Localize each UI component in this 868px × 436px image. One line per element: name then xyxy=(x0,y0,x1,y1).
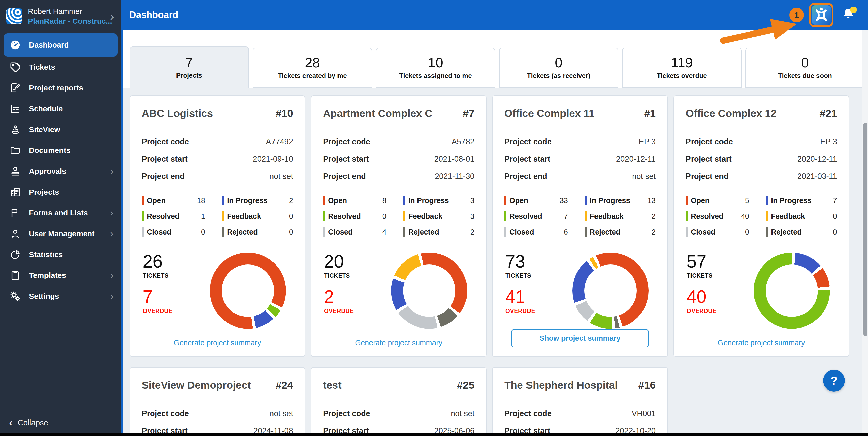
tickets-caption: TICKETS xyxy=(505,272,564,279)
tile-tickets-as-receiver[interactable]: 0 Tickets (as receiver) xyxy=(499,48,618,88)
tile-label: Tickets overdue xyxy=(657,72,707,80)
meta-label: Project code xyxy=(323,137,370,146)
show-project-summary-button[interactable]: Show project summary xyxy=(512,329,649,347)
sidebar-item-templates[interactable]: Templates › xyxy=(0,265,121,286)
sidebar-item-siteview[interactable]: SiteView xyxy=(0,119,121,140)
generate-project-summary-link[interactable]: Generate project summary xyxy=(716,339,806,347)
tile-value: 28 xyxy=(305,55,320,70)
sidebar-item-label: Documents xyxy=(29,146,70,155)
project-code-value: EP 3 xyxy=(639,137,656,146)
meta-label: Project end xyxy=(686,172,728,181)
project-meta: Project codeA77492 Project start2021-09-… xyxy=(142,137,293,181)
project-card-test[interactable]: test #25 Project codenot set Project sta… xyxy=(311,367,487,436)
tickets-caption: TICKETS xyxy=(324,272,382,279)
sidebar-item-dashboard[interactable]: Dashboard xyxy=(4,33,118,57)
status-label: Closed xyxy=(691,228,745,236)
status-legend: Open8 In Progress3 Resolved0 Feedback3 C… xyxy=(323,196,474,237)
project-name: ABC Logistics xyxy=(142,108,213,119)
sidebar-item-approvals[interactable]: Approvals › xyxy=(0,161,121,182)
notifications-button[interactable] xyxy=(841,7,856,23)
tile-tickets-overdue[interactable]: 119 Tickets overdue xyxy=(622,48,742,88)
project-meta: Project codenot set Project start2025-06… xyxy=(323,409,474,435)
tile-tickets-due-soon[interactable]: 0 Tickets due soon xyxy=(745,48,865,88)
meta-label: Project end xyxy=(142,172,185,181)
tile-tickets-created-by-me[interactable]: 28 Tickets created by me xyxy=(253,48,372,88)
project-number: #10 xyxy=(276,108,293,119)
sidebar-nav: Dashboard Tickets Project reports xyxy=(0,33,121,307)
status-count: 3 xyxy=(470,196,474,205)
sidebar-item-settings[interactable]: Settings › xyxy=(0,286,121,307)
gantt-chart-icon xyxy=(9,103,21,115)
in-progress-color-bar xyxy=(766,196,768,205)
generate-project-summary-link[interactable]: Generate project summary xyxy=(353,339,444,347)
project-name: The Shepherd Hospital xyxy=(504,379,618,391)
meta-label: Project end xyxy=(323,172,366,181)
tile-projects[interactable]: 7 Projects xyxy=(129,47,249,88)
status-count: 3 xyxy=(470,212,474,221)
project-end-value: not set xyxy=(270,172,293,181)
card-header: SiteView Demoproject #24 xyxy=(142,379,293,391)
account-name: PlanRadar - Construc... xyxy=(28,16,110,26)
main-area: Dashboard 1 xyxy=(123,0,868,436)
project-card-apartment-complex-c[interactable]: Apartment Complex C #7 Project codeA5782… xyxy=(311,95,487,357)
ticket-summary: 26 TICKETS 7 OVERDUE xyxy=(142,253,293,329)
meta-label: Project start xyxy=(504,154,550,164)
card-header: Apartment Complex C #7 xyxy=(323,108,474,119)
account-switcher[interactable]: Robert Hammer PlanRadar - Construc... › xyxy=(0,0,121,31)
sidebar-item-documents[interactable]: Documents xyxy=(0,140,121,161)
project-card-office-complex-12[interactable]: Office Complex 12 #21 Project codeEP 3 P… xyxy=(674,95,849,357)
generate-project-summary-link[interactable]: Generate project summary xyxy=(172,339,262,347)
overdue-caption: OVERDUE xyxy=(143,308,201,315)
status-label: Rejected xyxy=(771,228,833,236)
overdue-caption: OVERDUE xyxy=(324,308,382,315)
status-count: 8 xyxy=(382,196,386,205)
sidebar-item-user-management[interactable]: User Management › xyxy=(0,223,121,244)
meta-label: Project code xyxy=(504,137,552,146)
sidebar: Robert Hammer PlanRadar - Construc... › … xyxy=(0,0,121,436)
tickets-total: 73 xyxy=(505,253,564,270)
integrations-button[interactable] xyxy=(809,3,834,27)
overdue-caption: OVERDUE xyxy=(505,308,564,315)
project-meta: Project codeEP 3 Project start2020-12-11… xyxy=(686,137,837,181)
scrollbar-track[interactable] xyxy=(862,30,868,433)
stamp-icon xyxy=(9,165,21,177)
status-label: Feedback xyxy=(771,212,833,221)
help-button[interactable]: ? xyxy=(823,370,845,391)
status-count: 0 xyxy=(201,228,205,236)
sidebar-item-projects[interactable]: Projects xyxy=(0,182,121,203)
collapse-label: Collapse xyxy=(18,418,48,427)
project-card-the-shepherd-hospital[interactable]: The Shepherd Hospital #16 Project codeVH… xyxy=(492,367,668,436)
resolved-color-bar xyxy=(686,211,688,221)
meta-label: Project code xyxy=(142,409,189,418)
sidebar-item-forms-and-lists[interactable]: Forms and Lists › xyxy=(0,203,121,223)
feedback-color-bar xyxy=(403,211,405,221)
open-color-bar xyxy=(686,196,688,205)
status-label: Closed xyxy=(509,228,564,236)
sidebar-item-project-reports[interactable]: Project reports xyxy=(0,78,121,98)
status-label: Rejected xyxy=(227,228,289,236)
project-card-office-complex-11[interactable]: Office Complex 11 #1 Project codeEP 3 Pr… xyxy=(492,95,668,357)
project-card-abc-logistics[interactable]: ABC Logistics #10 Project codeA77492 Pro… xyxy=(129,95,305,357)
status-count: 13 xyxy=(648,196,656,205)
account-info: Robert Hammer PlanRadar - Construc... xyxy=(28,7,110,26)
sidebar-item-label: Statistics xyxy=(29,250,63,259)
project-card-siteview-demoproject[interactable]: SiteView Demoproject #24 Project codenot… xyxy=(129,367,305,436)
sidebar-item-statistics[interactable]: Statistics xyxy=(0,244,121,265)
sidebar-item-tickets[interactable]: Tickets xyxy=(0,57,121,78)
tickets-caption: TICKETS xyxy=(687,272,745,279)
collapse-sidebar-button[interactable]: ‹ Collapse xyxy=(9,417,48,428)
status-label: In Progress xyxy=(590,196,648,205)
tile-tickets-assigned-to-me[interactable]: 10 Tickets assigned to me xyxy=(376,48,495,88)
chevron-left-icon: ‹ xyxy=(9,417,12,428)
scrollbar-thumb[interactable] xyxy=(863,123,867,336)
project-meta: Project codenot set Project start2024-11… xyxy=(142,409,293,435)
status-count: 5 xyxy=(745,196,749,205)
ticket-summary: 57 TICKETS 40 OVERDUE xyxy=(686,253,837,329)
project-meta: Project codeVH001 Project start2022-10-2… xyxy=(504,409,656,435)
planradar-app: Robert Hammer PlanRadar - Construc... › … xyxy=(0,0,868,436)
sidebar-item-schedule[interactable]: Schedule xyxy=(0,98,121,119)
project-number: #16 xyxy=(639,379,656,391)
sidebar-item-label: SiteView xyxy=(29,125,60,134)
window-bottom-edge xyxy=(0,433,868,436)
gauge-icon xyxy=(9,39,21,51)
